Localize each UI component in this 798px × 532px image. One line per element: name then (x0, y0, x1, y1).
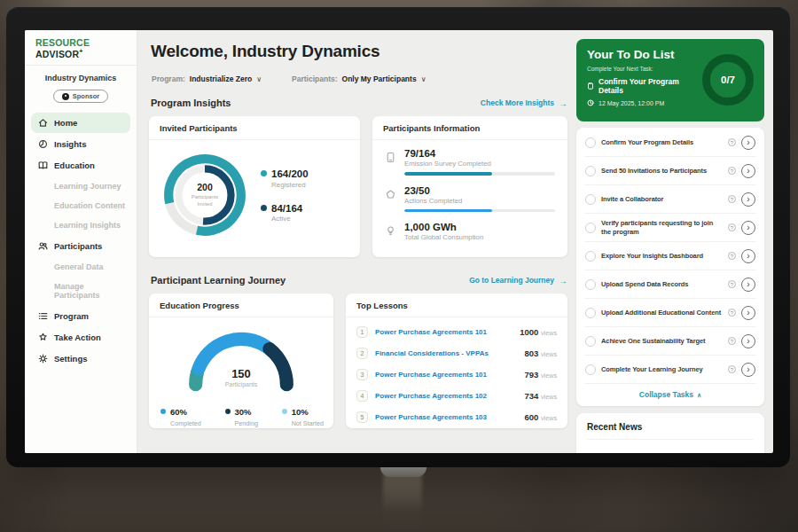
gauge-legend: 60% Completed 30% Pending 10% Not Starte… (160, 403, 324, 427)
participants-select[interactable]: Participants: Only My Participants ∨ (292, 74, 426, 83)
help-icon[interactable]: ? (728, 337, 736, 345)
card-title: Participants Information (372, 116, 567, 140)
star-icon (38, 332, 48, 342)
lesson-link[interactable]: Power Purchase Agreements 103 (375, 413, 518, 421)
info-row-consumption: 1,000 GWh Total Global Consumption (385, 222, 555, 241)
brand-primary: RESOURCE (35, 37, 90, 48)
sidebar-item-general-data[interactable]: General Data (25, 257, 137, 277)
task-checkbox[interactable] (585, 223, 596, 233)
recent-news-card: Recent News (576, 413, 764, 453)
help-icon[interactable]: ? (728, 195, 736, 203)
sidebar-item-home[interactable]: Home (31, 113, 130, 133)
todo-header-card: Your To Do List Complete Your Next Task:… (576, 39, 764, 121)
invited-donut-chart: 200 Participants Invited (158, 148, 252, 242)
collapse-tasks-link[interactable]: Collapse Tasks∧ (585, 384, 755, 403)
section-title-learning-journey: Participant Learning Journey (151, 275, 286, 286)
program-select[interactable]: Program: Industrialize Zero ∨ (152, 74, 262, 83)
gear-icon (38, 354, 48, 364)
next-task: Confirm Your Program Details (587, 77, 704, 95)
sidebar-item-learning-journey[interactable]: Learning Journey (25, 176, 137, 196)
monitor-bezel: RESOURCE ADVISOR+ Industry Dynamics Spon… (6, 7, 790, 467)
lesson-row: 2 Financial Considerations - VPPAs 803 v… (356, 342, 557, 364)
task-checkbox[interactable] (585, 336, 596, 347)
sponsor-badge: Sponsor (53, 90, 108, 103)
task-go-button[interactable]: › (741, 192, 755, 207)
task-go-button[interactable]: › (741, 164, 755, 178)
sidebar-item-education-content[interactable]: Education Content (25, 196, 137, 215)
sidebar-item-insights[interactable]: Insights (31, 134, 130, 154)
lightbulb-icon (385, 224, 396, 236)
legend-dot (261, 170, 267, 176)
lesson-link[interactable]: Power Purchase Agreements 101 (375, 371, 518, 379)
chevron-down-icon: ∨ (256, 75, 262, 83)
chevron-down-icon: ∨ (421, 75, 426, 83)
sidebar-item-program[interactable]: Program (31, 306, 130, 326)
task-checkbox[interactable] (585, 251, 596, 262)
task-row-achieve-target: Achieve One Sustainability Target ? › (585, 327, 755, 356)
donut-center-value: 200 (197, 182, 213, 192)
lesson-row: 5 Power Purchase Agreements 103 600 view… (356, 406, 557, 427)
gauge-center-label: Participants (149, 381, 333, 387)
task-go-button[interactable]: › (741, 278, 755, 292)
help-icon[interactable]: ? (728, 138, 736, 146)
info-row-actions: 23/50 Actions Completed (385, 185, 555, 213)
top-lessons-card: Top Lessons 1 Power Purchase Agreements … (346, 293, 567, 428)
recent-news-title: Recent News (587, 422, 754, 440)
sidebar-item-take-action[interactable]: Take Action (31, 327, 130, 348)
task-go-button[interactable]: › (741, 306, 755, 320)
task-checkbox[interactable] (585, 137, 596, 148)
people-icon (38, 241, 48, 251)
actions-progress-bar (404, 209, 555, 213)
filters-bar: Program: Industrialize Zero ∨ Participan… (152, 74, 426, 83)
sidebar-item-education[interactable]: Education (31, 155, 130, 176)
section-title-program-insights: Program Insights (151, 98, 231, 108)
sidebar-item-learning-insights[interactable]: Learning Insights (25, 215, 137, 235)
todo-tasks-card: Confirm Your Program Details ? › Send 50… (576, 128, 764, 406)
lesson-link[interactable]: Financial Considerations - VPPAs (375, 349, 518, 357)
gauge-center-value: 150 (149, 367, 333, 380)
sidebar-item-settings[interactable]: Settings (31, 348, 130, 369)
sidebar-item-participants[interactable]: Participants (31, 236, 130, 256)
todo-panel: Your To Do List Complete Your Next Task:… (576, 39, 764, 453)
sponsor-icon (62, 93, 69, 100)
survey-icon (385, 151, 396, 162)
help-icon[interactable]: ? (728, 365, 736, 373)
task-row-verify-participants: Verify participants requesting to join t… (585, 214, 755, 242)
task-go-button[interactable]: › (741, 221, 755, 235)
monitor-stand-column (383, 473, 422, 532)
home-icon (38, 118, 48, 128)
task-go-button[interactable]: › (741, 363, 755, 377)
app-screen: RESOURCE ADVISOR+ Industry Dynamics Spon… (25, 30, 773, 453)
go-to-learning-journey-link[interactable]: Go to Learning Journey → (469, 276, 567, 286)
task-go-button[interactable]: › (741, 334, 755, 348)
arrow-right-icon: → (559, 98, 567, 108)
task-checkbox[interactable] (585, 308, 596, 318)
sidebar-item-manage-participants[interactable]: Manage Participants (25, 277, 137, 305)
legend-registered: 164/200 Registered (261, 168, 309, 189)
tag-icon (385, 188, 396, 200)
org-name: Industry Dynamics (25, 74, 137, 82)
book-icon (38, 160, 48, 170)
help-icon[interactable]: ? (728, 280, 736, 288)
help-icon[interactable]: ? (728, 167, 736, 175)
task-checkbox[interactable] (585, 166, 596, 176)
check-more-insights-link[interactable]: Check More Insights → (481, 98, 567, 108)
help-icon[interactable]: ? (728, 223, 736, 231)
clipboard-icon (587, 82, 594, 90)
task-row-invite-collaborator: Invite a Collaborator ? › (585, 185, 755, 214)
lesson-row: 3 Power Purchase Agreements 101 793 view… (356, 364, 557, 385)
help-icon[interactable]: ? (728, 309, 736, 317)
arrow-right-icon: → (559, 276, 567, 286)
task-go-button[interactable]: › (741, 249, 755, 263)
task-checkbox[interactable] (585, 364, 596, 375)
task-checkbox[interactable] (585, 279, 596, 290)
brand-secondary: ADVISOR (35, 49, 79, 59)
help-icon[interactable]: ? (728, 252, 736, 260)
clock-icon (587, 99, 594, 106)
task-go-button[interactable]: › (741, 136, 755, 150)
lesson-link[interactable]: Power Purchase Agreements 101 (375, 328, 512, 336)
task-checkbox[interactable] (585, 194, 596, 205)
sidebar-nav: Home Insights Education Learning Journey… (25, 113, 137, 369)
card-title: Education Progress (149, 293, 333, 317)
lesson-link[interactable]: Power Purchase Agreements 102 (375, 392, 518, 400)
